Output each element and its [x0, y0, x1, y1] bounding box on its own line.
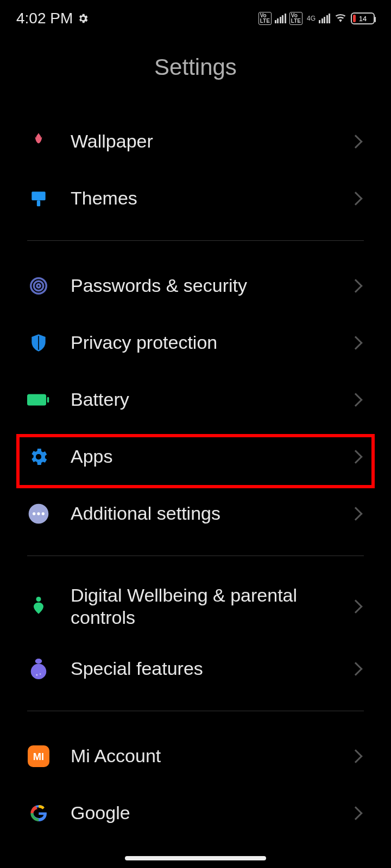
chevron-right-icon — [349, 135, 362, 148]
settings-item-apps[interactable]: Apps — [27, 428, 364, 485]
settings-item-label: Wallpaper — [50, 130, 351, 152]
settings-item-mi-account[interactable]: MI Mi Account — [27, 727, 364, 784]
svg-point-9 — [33, 512, 35, 515]
signal-icon — [319, 14, 330, 23]
svg-rect-5 — [27, 394, 46, 405]
chevron-right-icon — [349, 336, 362, 349]
settings-item-label: Additional settings — [50, 502, 351, 525]
settings-item-label: Google — [50, 802, 351, 824]
chevron-right-icon — [349, 599, 362, 613]
svg-rect-0 — [31, 192, 45, 200]
settings-item-themes[interactable]: Themes — [27, 170, 364, 227]
divider — [27, 240, 364, 241]
settings-list: Wallpaper Themes Passwords & security Pr… — [0, 113, 391, 841]
battery-icon — [27, 388, 50, 411]
chevron-right-icon — [349, 749, 362, 763]
svg-text:MI: MI — [33, 750, 44, 762]
divider — [27, 711, 364, 711]
fingerprint-icon — [27, 275, 50, 297]
svg-rect-1 — [37, 200, 40, 206]
settings-item-label: Battery — [50, 388, 351, 411]
wifi-icon — [333, 13, 348, 24]
svg-point-12 — [36, 597, 41, 602]
shield-icon — [27, 331, 50, 354]
settings-item-privacy[interactable]: Privacy protection — [27, 314, 364, 371]
chevron-right-icon — [349, 806, 362, 820]
svg-point-15 — [36, 674, 37, 675]
svg-point-16 — [40, 673, 41, 675]
google-icon — [27, 802, 50, 825]
chevron-right-icon — [349, 450, 362, 463]
dots-icon — [27, 502, 50, 525]
settings-item-google[interactable]: Google — [27, 784, 364, 841]
gear-icon — [77, 12, 89, 24]
svg-point-11 — [42, 512, 45, 515]
status-left: 4:02 PM — [16, 10, 89, 27]
divider — [27, 556, 364, 556]
settings-item-passwords[interactable]: Passwords & security — [27, 257, 364, 314]
flask-icon — [27, 658, 50, 680]
page-title: Settings — [0, 33, 391, 113]
svg-point-10 — [37, 512, 40, 515]
settings-item-label: Special features — [50, 658, 351, 680]
settings-item-additional[interactable]: Additional settings — [27, 485, 364, 542]
svg-point-3 — [34, 281, 43, 290]
settings-item-label: Mi Account — [50, 745, 351, 767]
person-heart-icon — [27, 595, 50, 618]
battery-icon: 14 — [351, 12, 375, 24]
chevron-right-icon — [349, 393, 362, 406]
status-bar: 4:02 PM VoLTE VoLTE 4G 14 — [0, 0, 391, 33]
chevron-right-icon — [349, 507, 362, 520]
settings-item-label: Digital Wellbeing & parental controls — [50, 584, 351, 629]
settings-item-wellbeing[interactable]: Digital Wellbeing & parental controls — [27, 572, 364, 640]
svg-point-4 — [37, 284, 40, 287]
settings-item-special[interactable]: Special features — [27, 640, 364, 697]
settings-item-label: Themes — [50, 187, 351, 209]
status-right: VoLTE VoLTE 4G 14 — [258, 12, 375, 25]
settings-item-battery[interactable]: Battery — [27, 371, 364, 428]
settings-item-wallpaper[interactable]: Wallpaper — [27, 113, 364, 170]
svg-point-13 — [35, 659, 42, 664]
volte-icon: VoLTE — [289, 12, 302, 25]
svg-rect-6 — [47, 397, 49, 403]
network-type-label: 4G — [307, 15, 316, 22]
svg-point-7 — [36, 454, 41, 459]
battery-percent: 14 — [352, 15, 374, 23]
volte-icon: VoLTE — [258, 12, 272, 25]
status-time: 4:02 PM — [16, 10, 73, 27]
chevron-right-icon — [349, 192, 362, 205]
settings-item-label: Privacy protection — [50, 331, 351, 354]
mi-icon: MI — [27, 745, 50, 768]
settings-item-label: Apps — [50, 445, 351, 468]
gear-icon — [27, 445, 50, 468]
signal-icon — [275, 14, 286, 23]
brush-icon — [27, 187, 50, 210]
chevron-right-icon — [349, 279, 362, 292]
nav-handle[interactable] — [125, 856, 266, 860]
svg-point-14 — [31, 663, 47, 679]
chevron-right-icon — [349, 662, 362, 675]
tulip-icon — [27, 130, 50, 153]
settings-item-label: Passwords & security — [50, 275, 351, 297]
